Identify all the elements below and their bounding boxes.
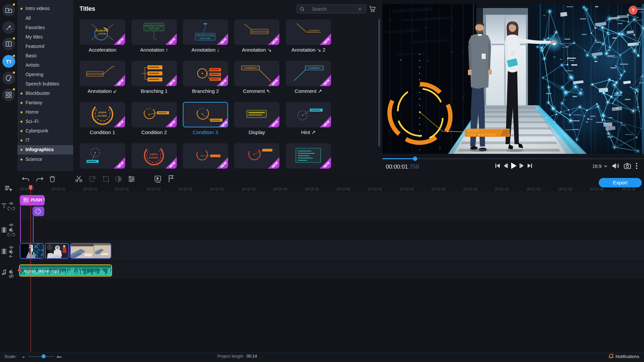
svg-text:GUIDE: GUIDE (98, 114, 107, 117)
svg-text:00:00:35: 00:00:35 (242, 187, 256, 191)
svg-text:FOR USE: FOR USE (149, 27, 160, 29)
svg-text:00:00:10: 00:00:10 (84, 187, 97, 191)
svg-text:INSTRUCTIONS: INSTRUCTIONS (87, 73, 104, 75)
svg-text:GUIDE: GUIDE (149, 156, 159, 159)
svg-text:THE BUTTON: THE BUTTON (468, 133, 496, 136)
svg-text:00:00:55: 00:00:55 (368, 187, 382, 191)
svg-text:00:00:50: 00:00:50 (337, 187, 351, 191)
svg-text:PUSH: PUSH (468, 129, 480, 133)
svg-text:00:00:45: 00:00:45 (305, 187, 319, 191)
svg-text:TT: TT (6, 59, 12, 64)
svg-text:00:01:35: 00:01:35 (622, 187, 636, 191)
svg-text:COMMENT: COMMENT (309, 67, 320, 69)
svg-text:INSTRUCTIONS: INSTRUCTIONS (196, 34, 215, 37)
svg-text:00:00:40: 00:00:40 (273, 187, 287, 191)
svg-text:00:01:15: 00:01:15 (495, 187, 509, 191)
svg-text:USER: USER (98, 111, 107, 114)
svg-text:COMMENT: COMMENT (245, 67, 257, 69)
svg-text:00:00:25: 00:00:25 (178, 187, 192, 191)
svg-text:00:00:05: 00:00:05 (52, 187, 65, 191)
svg-text:00:01:25: 00:01:25 (558, 187, 572, 191)
svg-text:00:01:10: 00:01:10 (464, 187, 477, 191)
svg-text:00:00:20: 00:00:20 (147, 187, 161, 191)
svg-text:LOCK: LOCK (98, 33, 106, 35)
svg-text:COMMENT: COMMENT (308, 29, 320, 32)
svg-text:00:01:20: 00:01:20 (527, 187, 540, 191)
svg-text:INSTRUCTIONS: INSTRUCTIONS (145, 24, 163, 27)
svg-text:NUMERIC: NUMERIC (96, 29, 109, 32)
svg-text:00:01:05: 00:01:05 (432, 187, 445, 191)
svg-text:INSTRUCTIONS: INSTRUCTIONS (251, 31, 268, 33)
svg-text:00:00:30: 00:00:30 (210, 187, 224, 191)
svg-text:00:01:00: 00:01:00 (400, 187, 414, 191)
svg-text:00:01:30: 00:01:30 (590, 187, 604, 191)
svg-text:00:00:15: 00:00:15 (115, 187, 129, 191)
svg-text:USER: USER (150, 153, 158, 156)
svg-text:FOR USE: FOR USE (200, 37, 211, 40)
